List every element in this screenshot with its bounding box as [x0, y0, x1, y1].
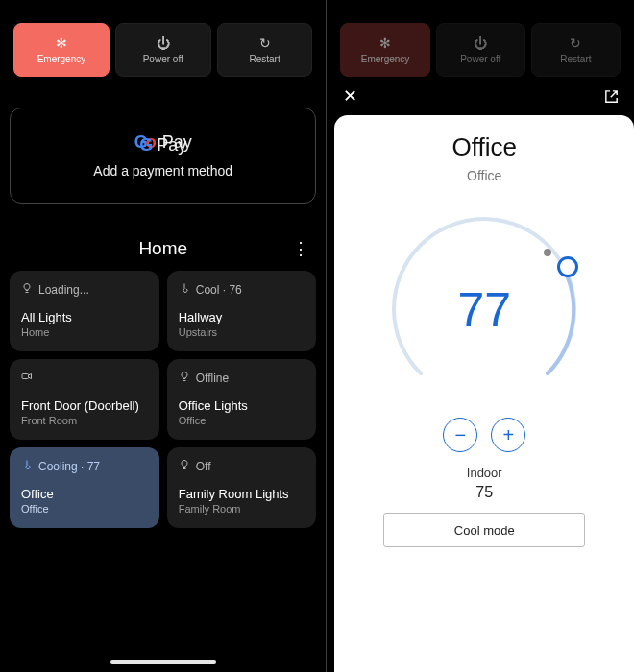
overflow-menu-icon[interactable]: ⋮	[291, 238, 310, 259]
home-title: Home	[35, 238, 291, 259]
restart-button[interactable]: ↻ Restart	[217, 23, 313, 77]
bulb-icon	[21, 282, 33, 297]
indoor-label: Indoor	[467, 466, 502, 480]
tile-room: Home	[21, 326, 148, 338]
power-off-button[interactable]: ⏻ Power off	[115, 23, 211, 77]
tile-name: Hallway	[179, 310, 305, 324]
gpay-logo-real: G Pay	[139, 135, 186, 156]
tile-name: Office	[21, 487, 148, 501]
tile-room: Family Room	[179, 503, 305, 515]
emergency-label: Emergency	[37, 54, 86, 64]
mode-button[interactable]: Cool mode	[383, 513, 585, 547]
power-menu-row-dimmed: ✻ Emergency ⏻ Power off ↻ Restart	[327, 0, 634, 86]
power-icon: ⏻	[157, 36, 170, 50]
home-header: Home ⋮	[15, 238, 310, 259]
bulb-icon	[179, 459, 190, 473]
restart-label: Restart	[560, 54, 591, 64]
tile-office-lights[interactable]: Offline Office Lights Office	[167, 359, 317, 440]
emergency-button[interactable]: ✻ Emergency	[13, 23, 110, 77]
bulb-icon	[179, 371, 190, 385]
tile-status: Off	[196, 460, 211, 473]
restart-label: Restart	[249, 54, 280, 64]
gesture-bar[interactable]	[110, 660, 216, 664]
power-off-label: Power off	[460, 54, 500, 64]
tile-name: All Lights	[21, 310, 148, 324]
emergency-label: Emergency	[361, 54, 410, 64]
thermostat-icon	[21, 459, 33, 473]
tile-room: Office	[21, 503, 148, 515]
power-off-button-dim: ⏻ Power off	[436, 23, 525, 77]
tile-room: Office	[179, 415, 305, 426]
gpay-subtitle: Add a payment method	[93, 163, 232, 179]
temp-adjust-row: − +	[443, 418, 525, 452]
thermostat-sheet: Office Office 77 − + Indoor 75 Cool	[334, 115, 634, 672]
tile-status: Cool · 76	[196, 283, 242, 297]
mode-label: Cool mode	[454, 523, 515, 538]
tile-status: Offline	[196, 372, 229, 385]
tile-hallway[interactable]: Cool · 76 Hallway Upstairs	[167, 271, 317, 351]
emergency-button-dim: ✻ Emergency	[340, 23, 429, 77]
svg-rect-0	[22, 374, 29, 379]
power-icon: ⏻	[474, 36, 487, 50]
tile-name: Office Lights	[179, 398, 305, 413]
restart-icon: ↻	[570, 36, 581, 50]
increase-temp-button[interactable]: +	[491, 418, 525, 452]
tile-room: Front Room	[21, 415, 148, 426]
power-menu-row: ✻ Emergency ⏻ Power off ↻ Restart	[0, 0, 326, 86]
device-tiles-grid: Loading... All Lights Home Cool · 76 Hal…	[0, 271, 326, 528]
tile-name: Front Door (Doorbell)	[21, 398, 148, 413]
tile-front-door[interactable]: Front Door (Doorbell) Front Room	[10, 359, 159, 440]
tile-status: Loading...	[38, 283, 89, 297]
power-off-label: Power off	[143, 54, 183, 64]
indoor-value: 75	[476, 484, 493, 501]
tile-all-lights[interactable]: Loading... All Lights Home	[10, 271, 159, 351]
set-temperature: 77	[378, 204, 590, 416]
tile-room: Upstairs	[179, 326, 305, 338]
close-icon[interactable]: ✕	[340, 86, 359, 106]
tile-name: Family Room Lights	[179, 487, 305, 501]
sheet-title: Office	[452, 132, 517, 162]
thermostat-icon	[179, 282, 190, 297]
dual-phone-canvas: ✻ Emergency ⏻ Power off ↻ Restart Google…	[0, 0, 634, 672]
sheet-overlay-bar: ✕	[327, 86, 634, 106]
tile-family-room-lights[interactable]: Off Family Room Lights Family Room	[167, 447, 317, 528]
asterisk-icon: ✻	[56, 36, 67, 50]
gpay-card[interactable]: Google G Pay G Pay Add a payment method	[10, 108, 316, 204]
right-phone: ✻ Emergency ⏻ Power off ↻ Restart ✕ Offi…	[327, 0, 634, 672]
tile-office-thermostat[interactable]: Cooling · 77 Office Office	[10, 447, 159, 528]
decrease-temp-button[interactable]: −	[443, 418, 477, 452]
restart-button-dim: ↻ Restart	[531, 23, 621, 77]
restart-icon: ↻	[259, 36, 271, 50]
asterisk-icon: ✻	[379, 36, 391, 50]
tile-status: Cooling · 77	[38, 460, 100, 473]
left-phone: ✻ Emergency ⏻ Power off ↻ Restart Google…	[0, 0, 326, 672]
camera-icon	[21, 371, 33, 385]
sheet-subtitle: Office	[467, 168, 501, 183]
thermostat-dial[interactable]: 77	[378, 204, 590, 416]
open-external-icon[interactable]	[601, 86, 621, 106]
